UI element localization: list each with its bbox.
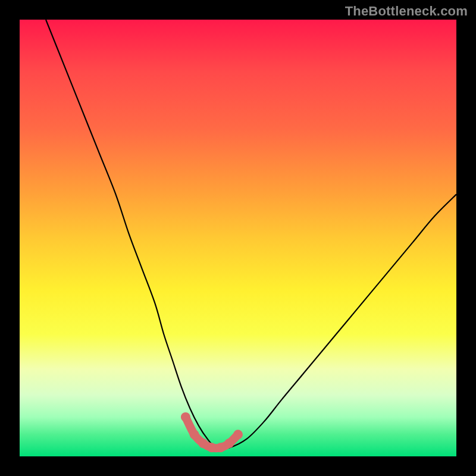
marker-path xyxy=(186,417,238,448)
bottleneck-curve xyxy=(46,20,456,449)
marker-dot xyxy=(224,439,234,448)
marker-dot xyxy=(181,412,190,422)
plot-area xyxy=(20,20,456,456)
marker-dot xyxy=(190,430,199,439)
chart-svg xyxy=(20,20,456,456)
marker-dot xyxy=(216,443,226,452)
marker-dot xyxy=(207,443,217,452)
marker-dot xyxy=(198,439,208,448)
marker-dot xyxy=(233,430,243,439)
watermark-text: TheBottleneck.com xyxy=(345,4,468,19)
chart-container: TheBottleneck.com xyxy=(0,0,476,476)
low-bottleneck-markers xyxy=(181,412,243,452)
